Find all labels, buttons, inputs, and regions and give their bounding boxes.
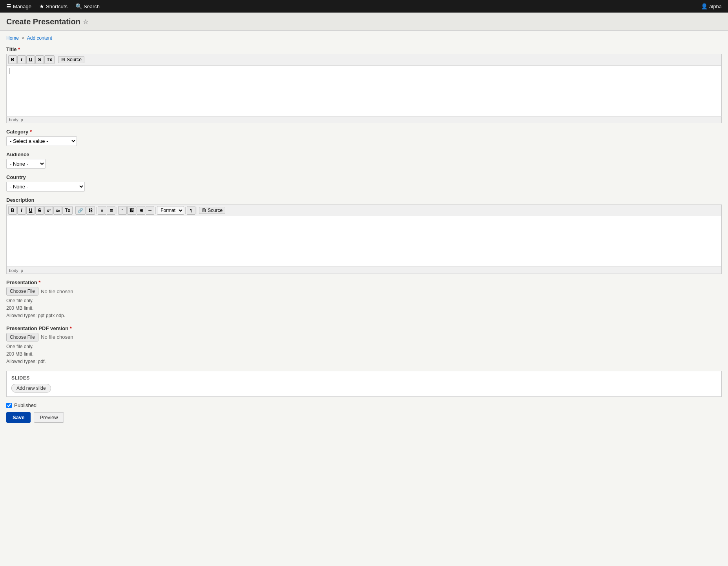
desc-toolbar-sep5: [185, 207, 186, 214]
shortcuts-label: Shortcuts: [46, 4, 68, 9]
shortcuts-menu[interactable]: ★ Shortcuts: [36, 2, 71, 11]
desc-source-btn[interactable]: 🖹 Source: [199, 207, 225, 214]
desc-toolbar-sep6: [197, 207, 197, 214]
desc-bold-btn[interactable]: B: [8, 206, 17, 215]
user-label: alpha: [709, 4, 722, 9]
desc-strike-btn[interactable]: S: [35, 206, 44, 215]
star-icon: ★: [39, 3, 44, 9]
desc-format-select[interactable]: Format: [157, 206, 184, 215]
desc-p-tag: p: [21, 268, 23, 273]
presentation-section: Presentation * Choose File No file chose…: [6, 279, 722, 320]
title-editor[interactable]: [6, 65, 722, 116]
pdf-hint3: Allowed types: pdf.: [6, 358, 722, 365]
title-italic-btn[interactable]: I: [17, 55, 26, 64]
desc-subscript-btn[interactable]: x₂: [53, 206, 62, 215]
manage-icon: ☰: [6, 3, 11, 9]
presentation-pdf-section: Presentation PDF version * Choose File N…: [6, 325, 722, 366]
slides-title: SLIDES: [11, 375, 717, 381]
title-strike-btn[interactable]: S: [35, 55, 44, 64]
pdf-hint2: 200 MB limit.: [6, 351, 722, 358]
desc-underline-btn[interactable]: U: [26, 206, 35, 215]
pdf-choose-btn[interactable]: Choose File: [6, 333, 38, 341]
published-row: Published: [6, 402, 722, 408]
save-button[interactable]: Save: [6, 412, 31, 423]
breadcrumb-add-content[interactable]: Add content: [27, 35, 52, 41]
search-icon: 🔍: [75, 3, 82, 9]
presentation-label: Presentation *: [6, 279, 722, 285]
title-section: Title * B I U S Tx 🖹 Source body p: [6, 46, 722, 123]
audience-select[interactable]: - None -: [6, 159, 46, 169]
desc-blockquote-btn[interactable]: ": [118, 206, 127, 215]
presentation-hint2: 200 MB limit.: [6, 305, 722, 312]
category-section: Category * - Select a value -: [6, 129, 722, 146]
title-footer: body p: [6, 116, 722, 123]
title-label: Title *: [6, 46, 722, 52]
desc-ol-btn[interactable]: ≣: [107, 206, 115, 215]
country-select[interactable]: - None -: [6, 182, 85, 192]
toolbar-separator: [56, 56, 56, 63]
title-underline-btn[interactable]: U: [26, 55, 35, 64]
desc-toolbar-sep4: [155, 207, 156, 214]
pdf-hint1: One file only.: [6, 343, 722, 351]
desc-clear-btn[interactable]: Tx: [62, 206, 73, 215]
presentation-file-row: Choose File No file chosen: [6, 287, 722, 296]
preview-button[interactable]: Preview: [34, 412, 64, 423]
presentation-hint1: One file only.: [6, 297, 722, 305]
page-title: Create Presentation ☆: [6, 17, 722, 26]
title-body-tag: body: [9, 117, 18, 122]
source-icon: 🖹: [61, 57, 66, 62]
add-slide-btn[interactable]: Add new slide: [11, 384, 51, 393]
desc-source-icon: 🖹: [202, 208, 206, 213]
title-bold-btn[interactable]: B: [8, 55, 17, 64]
search-menu[interactable]: 🔍 Search: [72, 2, 103, 11]
category-select[interactable]: - Select a value -: [6, 136, 77, 146]
desc-superscript-btn[interactable]: x²: [44, 206, 53, 215]
desc-table-btn[interactable]: ⊞: [137, 206, 145, 215]
main-content: Home » Add content Title * B I U S Tx 🖹 …: [0, 31, 728, 427]
desc-ul-btn[interactable]: ≡: [98, 206, 106, 215]
presentation-file-name: No file chosen: [41, 288, 73, 294]
desc-body-tag: body: [9, 268, 18, 273]
top-navigation: ☰ Manage ★ Shortcuts 🔍 Search 👤 alpha: [0, 0, 728, 13]
category-label: Category *: [6, 129, 722, 135]
presentation-pdf-label: Presentation PDF version *: [6, 325, 722, 331]
breadcrumb-separator: »: [22, 35, 24, 41]
desc-hr-btn[interactable]: ─: [146, 206, 154, 215]
user-menu[interactable]: 👤 alpha: [698, 2, 725, 11]
published-label: Published: [14, 402, 36, 408]
slides-section: SLIDES Add new slide: [6, 371, 722, 397]
pdf-file-name: No file chosen: [41, 334, 73, 340]
desc-styles-btn[interactable]: ¶: [187, 206, 195, 215]
desc-unlink-btn[interactable]: ⛓: [86, 206, 95, 215]
title-clear-btn[interactable]: Tx: [44, 55, 55, 64]
pdf-file-row: Choose File No file chosen: [6, 333, 722, 341]
published-checkbox[interactable]: [6, 403, 12, 408]
description-section: Description B I U S x² x₂ Tx 🔗 ⛓ ≡ ≣ " 🖼…: [6, 197, 722, 274]
favorite-icon[interactable]: ☆: [83, 18, 88, 26]
description-toolbar: B I U S x² x₂ Tx 🔗 ⛓ ≡ ≣ " 🖼 ⊞ ─ Format …: [6, 204, 722, 216]
user-icon: 👤: [701, 3, 708, 9]
breadcrumb-home[interactable]: Home: [6, 35, 19, 41]
page-header: Create Presentation ☆: [0, 13, 728, 31]
title-p-tag: p: [21, 117, 23, 122]
manage-menu[interactable]: ☰ Manage: [3, 2, 35, 11]
presentation-hint3: Allowed types: ppt pptx odp.: [6, 312, 722, 320]
description-editor[interactable]: [6, 216, 722, 267]
description-footer: body p: [6, 267, 722, 274]
desc-toolbar-sep3: [117, 207, 117, 214]
desc-toolbar-sep2: [96, 207, 97, 214]
manage-label: Manage: [13, 4, 31, 9]
search-label: Search: [84, 4, 100, 9]
presentation-choose-btn[interactable]: Choose File: [6, 287, 38, 296]
desc-link-btn[interactable]: 🔗: [75, 206, 86, 215]
country-section: Country - None -: [6, 174, 722, 192]
title-source-btn[interactable]: 🖹 Source: [58, 56, 84, 63]
description-label: Description: [6, 197, 722, 203]
desc-italic-btn[interactable]: I: [17, 206, 26, 215]
desc-toolbar-sep1: [74, 207, 74, 214]
audience-label: Audience: [6, 152, 722, 157]
page-title-text: Create Presentation: [6, 17, 80, 26]
action-row: Save Preview: [6, 412, 722, 423]
desc-image-btn[interactable]: 🖼: [127, 206, 136, 215]
title-toolbar: B I U S Tx 🖹 Source: [6, 54, 722, 65]
